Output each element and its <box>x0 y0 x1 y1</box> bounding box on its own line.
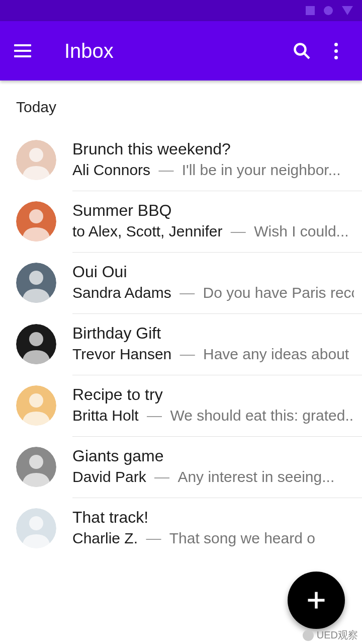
conversation-list: Brunch this weekend? Ali Connors — I'll … <box>0 130 362 559</box>
svg-point-9 <box>29 332 43 346</box>
conversation-snippet: That song we heard o <box>169 530 315 546</box>
conversation-meta: Charlie Z. — That song we heard o <box>72 530 354 547</box>
watermark-icon <box>303 630 314 641</box>
page-title: Inbox <box>64 40 290 62</box>
conversation-item[interactable]: Summer BBQ to Alex, Scott, Jennifer — Wi… <box>0 191 362 253</box>
conversation-meta: Trevor Hansen — Have any ideas about ... <box>72 346 354 363</box>
svg-point-15 <box>29 516 43 530</box>
conversation-snippet: We should eat this: grated... <box>170 407 354 424</box>
conversation-body: That track! Charlie Z. — That song we he… <box>72 508 362 559</box>
conversation-snippet: Any interest in seeing... <box>177 468 334 485</box>
status-square-icon <box>306 6 315 15</box>
conversation-meta: Britta Holt — We should eat this: grated… <box>72 407 354 424</box>
conversation-snippet: Have any ideas about ... <box>203 346 354 362</box>
plus-icon <box>305 589 327 611</box>
conversation-sender: Ali Connors <box>72 162 150 178</box>
svg-line-1 <box>304 53 310 59</box>
menu-button[interactable] <box>14 41 34 61</box>
conversation-meta: Sandra Adams — Do you have Paris reco...… <box>72 284 354 301</box>
status-triangle-icon <box>342 6 353 15</box>
conversation-sender: Charlie Z. <box>72 530 138 546</box>
watermark: UED观察 <box>303 628 358 642</box>
search-button[interactable] <box>290 39 314 63</box>
overflow-button[interactable] <box>324 39 348 63</box>
conversation-subject: Recipe to try <box>72 385 354 404</box>
conversation-item[interactable]: Birthday Gift Trevor Hansen — Have any i… <box>0 314 362 375</box>
conversation-subject: Giants game <box>72 447 354 465</box>
conversation-item[interactable]: Brunch this weekend? Ali Connors — I'll … <box>0 130 362 191</box>
avatar <box>16 324 56 364</box>
conversation-sender: Trevor Hansen <box>72 346 171 362</box>
watermark-text: UED观察 <box>317 628 358 642</box>
conversation-sender: to Alex, Scott, Jennifer <box>72 223 223 239</box>
conversation-body: Brunch this weekend? Ali Connors — I'll … <box>72 140 362 191</box>
svg-point-7 <box>29 271 43 285</box>
svg-point-5 <box>29 209 43 223</box>
app-bar: Inbox <box>0 21 362 80</box>
avatar <box>16 201 56 242</box>
svg-point-3 <box>29 148 43 162</box>
conversation-body: Summer BBQ to Alex, Scott, Jennifer — Wi… <box>72 201 362 253</box>
conversation-item[interactable]: Oui Oui Sandra Adams — Do you have Paris… <box>0 253 362 314</box>
conversation-snippet: Wish I could... <box>254 223 348 239</box>
conversation-meta: David Park — Any interest in seeing... <box>72 468 354 486</box>
conversation-body: Recipe to try Britta Holt — We should ea… <box>72 385 362 437</box>
avatar <box>16 447 56 487</box>
status-circle-icon <box>324 6 333 15</box>
svg-point-0 <box>295 44 306 55</box>
conversation-body: Oui Oui Sandra Adams — Do you have Paris… <box>72 263 362 314</box>
avatar <box>16 263 56 303</box>
conversation-snippet: Do you have Paris reco.... <box>203 284 354 301</box>
conversation-subject: Oui Oui <box>72 263 354 281</box>
conversation-subject: That track! <box>72 508 354 527</box>
conversation-meta: Ali Connors — I'll be in your neighbor..… <box>72 162 354 179</box>
conversation-item[interactable]: Recipe to try Britta Holt — We should ea… <box>0 375 362 437</box>
conversation-body: Giants game David Park — Any interest in… <box>72 447 362 498</box>
conversation-item[interactable]: Giants game David Park — Any interest in… <box>0 437 362 498</box>
conversation-subject: Brunch this weekend? <box>72 140 354 158</box>
conversation-item[interactable]: That track! Charlie Z. — That song we he… <box>0 498 362 559</box>
conversation-sender: David Park <box>72 468 146 485</box>
more-vert-icon <box>334 43 338 46</box>
status-bar <box>0 0 362 21</box>
conversation-subject: Birthday Gift <box>72 324 354 343</box>
section-today-header: Today <box>0 80 362 130</box>
hamburger-icon <box>14 44 31 46</box>
svg-point-13 <box>29 455 43 469</box>
conversation-body: Birthday Gift Trevor Hansen — Have any i… <box>72 324 362 375</box>
compose-fab[interactable] <box>288 572 345 629</box>
conversation-sender: Sandra Adams <box>72 284 171 301</box>
conversation-snippet: I'll be in your neighbor... <box>182 162 341 178</box>
avatar <box>16 385 56 426</box>
conversation-subject: Summer BBQ <box>72 201 354 220</box>
search-icon <box>293 42 311 60</box>
avatar <box>16 140 56 180</box>
conversation-meta: to Alex, Scott, Jennifer — Wish I could.… <box>72 223 354 240</box>
svg-point-11 <box>29 393 43 408</box>
avatar <box>16 508 56 548</box>
conversation-sender: Britta Holt <box>72 407 139 424</box>
